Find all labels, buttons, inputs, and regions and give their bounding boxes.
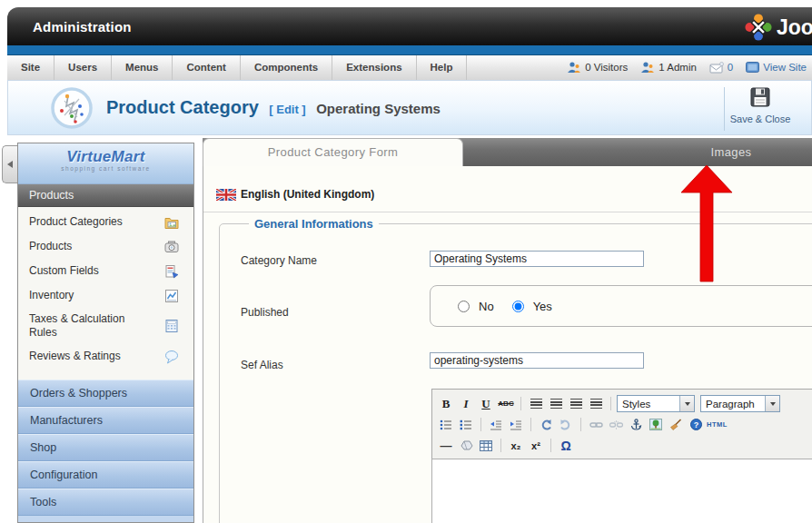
menu-help[interactable]: Help [417, 55, 468, 80]
menu-components[interactable]: Components [241, 55, 332, 80]
numbered-list-button[interactable] [457, 417, 475, 433]
messages-status[interactable]: 0 [709, 62, 733, 74]
sidebar-item-product-categories[interactable]: Product Categories [18, 210, 193, 234]
insert-table-button[interactable] [477, 438, 495, 454]
view-site-label[interactable]: View Site [763, 62, 807, 73]
custom-fields-icon [164, 264, 179, 279]
bullet-list-button[interactable] [437, 417, 455, 433]
sidebar-item-inventory[interactable]: Inventory [18, 283, 193, 308]
sef-alias-input[interactable] [430, 352, 644, 369]
sidebar-section-tools[interactable]: Tools [18, 488, 193, 516]
save-close-label: Save & Close [725, 113, 796, 124]
html-source-button[interactable]: HTML [707, 417, 728, 433]
image-tree-icon [649, 419, 662, 430]
accent-strip [7, 45, 812, 55]
outdent-icon [490, 419, 502, 430]
visitors-count: 0 Visitors [585, 62, 628, 73]
sidebar-item-reviews-ratings[interactable]: Reviews & Ratings [18, 344, 193, 369]
tab-product-category-form[interactable]: Product Category Form [203, 138, 463, 166]
styles-select[interactable]: Styles [617, 395, 695, 412]
folder-images-icon [164, 215, 179, 230]
published-no-label[interactable]: No [479, 300, 494, 313]
published-no-radio[interactable] [458, 301, 470, 312]
joomla-logo-text: Joo [777, 15, 812, 40]
menu-content[interactable]: Content [173, 55, 240, 80]
align-center-icon [550, 399, 562, 409]
menu-site[interactable]: Site [7, 55, 54, 80]
save-check-icon: ✔ [795, 87, 812, 109]
insert-link-button[interactable] [587, 417, 605, 433]
align-justify-button[interactable] [587, 396, 605, 412]
page-title-edit-badge: [ Edit ] [269, 103, 305, 116]
menu-menus[interactable]: Menus [112, 55, 173, 80]
page-title: Product Category [ Edit ] Operating Syst… [106, 81, 441, 136]
underline-button[interactable]: U [477, 396, 495, 412]
virtuemart-logo: VirtueMart shopping cart software [18, 143, 193, 184]
align-right-button[interactable] [567, 396, 585, 412]
toolbar-separator [530, 418, 531, 431]
admin-icon [640, 61, 655, 74]
published-radio-group: No Yes [430, 285, 812, 327]
page-title-bar: Product Category [ Edit ] Operating Syst… [7, 80, 812, 135]
cleanup-button[interactable] [667, 417, 685, 433]
menu-users[interactable]: Users [54, 55, 112, 80]
subscript-button[interactable]: x₂ [507, 438, 525, 454]
chevron-down-icon [679, 396, 694, 411]
category-name-input[interactable] [430, 251, 644, 267]
redo-button[interactable] [557, 417, 575, 433]
main-menubar: Site Users Menus Content Components Exte… [7, 55, 812, 81]
strikethrough-button[interactable]: ABC [497, 396, 515, 412]
sidebar-item-custom-fields[interactable]: Custom Fields [18, 259, 193, 283]
editor-text-area[interactable] [431, 459, 812, 523]
help-icon: ? [690, 419, 702, 430]
sidebar-collapse-handle[interactable] [2, 145, 17, 183]
align-justify-icon [590, 399, 602, 409]
published-yes-label[interactable]: Yes [533, 300, 552, 313]
unlink-icon [609, 419, 623, 430]
sidebar-item-products[interactable]: Products [18, 234, 193, 259]
save-button[interactable]: ✔ Save [795, 87, 812, 123]
eraser-icon [460, 440, 473, 450]
align-left-button[interactable] [527, 396, 545, 412]
sidebar-section-shop[interactable]: Shop [18, 434, 193, 461]
view-site-link[interactable]: View Site [746, 62, 807, 73]
category-name-label: Category Name [241, 254, 317, 267]
save-close-button[interactable]: Save & Close [724, 87, 796, 131]
align-center-button[interactable] [547, 396, 565, 412]
undo-button[interactable] [537, 417, 555, 433]
remove-format-button[interactable] [457, 438, 475, 454]
unlink-button[interactable] [607, 417, 625, 433]
toolbar-separator [520, 397, 521, 410]
floppy-icon [750, 87, 770, 107]
language-label: English (United Kingdom) [241, 188, 374, 201]
help-button[interactable]: ? [687, 417, 705, 433]
sidebar-section-manufacturers[interactable]: Manufacturers [18, 407, 193, 434]
horizontal-rule-button[interactable]: — [437, 438, 455, 454]
italic-button[interactable]: I [457, 396, 475, 412]
published-yes-radio[interactable] [512, 301, 524, 312]
special-char-button[interactable]: Ω [557, 438, 575, 454]
speech-bubble-icon [164, 350, 179, 364]
description-editor: B I U ABC Styles Paragraph [431, 389, 812, 523]
menu-extensions[interactable]: Extensions [332, 55, 416, 80]
sidebar-section-configuration[interactable]: Configuration [18, 461, 193, 488]
chevron-down-icon [765, 396, 779, 411]
fieldset-legend: General Informations [249, 217, 379, 231]
sidebar-section-products[interactable]: Products [18, 184, 193, 207]
anchor-button[interactable] [627, 417, 645, 433]
numbered-list-icon [460, 419, 472, 430]
editor-toolbar: B I U ABC Styles Paragraph [431, 389, 812, 459]
superscript-button[interactable]: x² [527, 438, 545, 454]
bold-button[interactable]: B [437, 396, 455, 412]
messages-count[interactable]: 0 [728, 62, 733, 73]
indent-icon [510, 419, 522, 430]
sidebar-section-orders-shoppers[interactable]: Orders & Shoppers [18, 380, 193, 407]
outdent-button[interactable] [487, 417, 505, 433]
insert-image-button[interactable] [647, 417, 665, 433]
paragraph-select[interactable]: Paragraph [700, 395, 780, 412]
sidebar-item-taxes-rules[interactable]: Taxes & Calculation Rules [18, 308, 193, 344]
published-label: Published [241, 306, 289, 319]
undo-icon [540, 419, 552, 430]
indent-button[interactable] [507, 417, 525, 433]
link-icon [589, 420, 603, 429]
